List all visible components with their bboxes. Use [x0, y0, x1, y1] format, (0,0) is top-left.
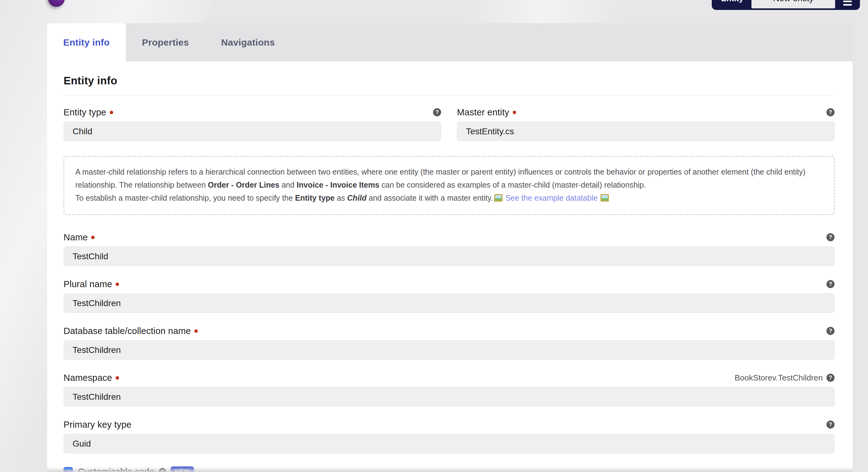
info-text: can be considered as examples of a maste… [379, 180, 646, 189]
help-icon[interactable]: ? [827, 327, 835, 335]
info-text-bold: Invoice - Invoice Items [297, 180, 379, 189]
required-dot [110, 111, 113, 114]
scroll-fade [47, 467, 852, 472]
logo-icon [48, 0, 65, 7]
info-paragraph: A master-child relationship refers to a … [75, 165, 823, 191]
namespace-hint: BookStorev.TestChildren [735, 373, 823, 383]
info-text: as [335, 194, 347, 202]
entity-select[interactable]: New entity [751, 0, 835, 8]
example-datatable-link[interactable]: See the example datatable [505, 194, 597, 202]
master-child-info-box: A master-child relationship refers to a … [64, 156, 835, 215]
namespace-label: Namespace [64, 373, 112, 383]
name-field: Name ? TestChild [64, 232, 835, 266]
plural-name-label: Plural name [64, 279, 112, 289]
info-text: To establish a master-child relationship… [75, 194, 295, 202]
info-text-bold-italic: Child [347, 194, 367, 202]
master-entity-label: Master entity [457, 107, 509, 118]
entity-info-panel: Entity info Entity type ? Child Master e… [47, 61, 852, 472]
master-entity-field: Master entity ? TestEntity.cs [457, 107, 835, 141]
db-table-field: Database table/collection name ? TestChi… [64, 325, 835, 360]
plural-name-field: Plural name ? TestChildren [64, 278, 835, 313]
info-text-bold: Order - Order Lines [208, 180, 280, 189]
help-icon[interactable]: ? [827, 233, 835, 241]
db-table-label: Database table/collection name [64, 326, 191, 336]
primary-key-label: Primary key type [64, 420, 131, 430]
info-text-bold: Entity type [295, 194, 335, 202]
menu-icon[interactable] [843, 0, 852, 10]
required-dot [116, 376, 119, 380]
name-input[interactable]: TestChild [64, 246, 835, 266]
db-table-input[interactable]: TestChildren [64, 340, 835, 360]
namespace-input[interactable]: TestChildren [64, 387, 835, 407]
divider [64, 95, 835, 95]
required-dot [194, 329, 198, 333]
info-text: and associate it with a master entity. [366, 194, 493, 202]
framed-picture-icon [494, 194, 502, 202]
primary-key-field: Primary key type ? Guid [64, 419, 835, 453]
tab-navigations[interactable]: Navigations [205, 23, 291, 61]
plural-name-input[interactable]: TestChildren [64, 293, 835, 313]
help-icon[interactable]: ? [433, 108, 441, 116]
help-icon[interactable]: ? [827, 280, 835, 288]
entity-toolbar: Entity New entity [712, 0, 860, 10]
page-title: Entity info [64, 75, 835, 87]
tab-entity-info[interactable]: Entity info [47, 23, 126, 61]
name-label: Name [64, 232, 88, 242]
framed-picture-icon [600, 194, 609, 202]
required-dot [513, 111, 516, 114]
info-text: and [279, 180, 297, 189]
entity-type-input[interactable]: Child [64, 122, 441, 141]
help-icon[interactable]: ? [827, 108, 835, 116]
entity-group-label: Entity [721, 0, 743, 3]
entity-type-field: Entity type ? Child [64, 107, 441, 141]
entity-type-label: Entity type [64, 107, 106, 118]
info-paragraph: To establish a master-child relationship… [75, 191, 823, 204]
help-icon[interactable]: ? [827, 420, 835, 429]
required-dot [116, 283, 119, 286]
tab-bar: Entity info Properties Navigations [47, 23, 852, 61]
master-entity-input[interactable]: TestEntity.cs [457, 122, 835, 141]
namespace-field: Namespace BookStorev.TestChildren ? Test… [64, 372, 835, 407]
tab-properties[interactable]: Properties [126, 23, 205, 61]
primary-key-input[interactable]: Guid [64, 434, 835, 453]
required-dot [91, 236, 95, 239]
help-icon[interactable]: ? [827, 374, 835, 382]
